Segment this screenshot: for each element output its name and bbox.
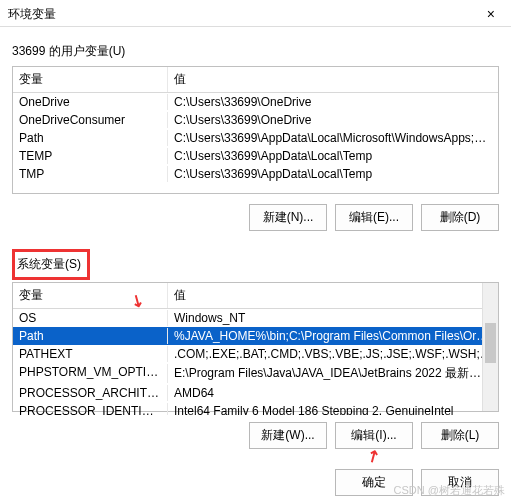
cell-value: C:\Users\33699\AppData\Local\Temp — [168, 166, 498, 182]
cell-variable: Path — [13, 130, 168, 146]
cell-value: .COM;.EXE;.BAT;.CMD;.VBS;.VBE;.JS;.JSE;.… — [168, 346, 498, 362]
table-row[interactable]: PHPSTORM_VM_OPTIONSE:\Program Files\Java… — [13, 363, 498, 384]
annotation-highlight: 系统变量(S) — [12, 249, 90, 280]
col-header-variable[interactable]: 变量 — [13, 67, 168, 92]
table-row[interactable]: TMPC:\Users\33699\AppData\Local\Temp — [13, 165, 498, 183]
scroll-thumb[interactable] — [485, 323, 496, 363]
table-row[interactable]: Path%JAVA_HOME%\bin;C:\Program Files\Com… — [13, 327, 498, 345]
cell-variable: PROCESSOR_IDENTIFIER — [13, 403, 168, 415]
user-new-button[interactable]: 新建(N)... — [249, 204, 327, 231]
col-header-value[interactable]: 值 — [168, 67, 498, 92]
table-row[interactable]: PROCESSOR_IDENTIFIERIntel64 Family 6 Mod… — [13, 402, 498, 415]
table-row[interactable]: PATHEXT.COM;.EXE;.BAT;.CMD;.VBS;.VBE;.JS… — [13, 345, 498, 363]
user-vars-label: 33699 的用户变量(U) — [12, 43, 499, 60]
system-delete-button[interactable]: 删除(L) — [421, 422, 499, 449]
cell-value: C:\Users\33699\AppData\Local\Microsoft\W… — [168, 130, 498, 146]
cell-variable: TEMP — [13, 148, 168, 164]
dialog-title: 环境变量 — [8, 6, 56, 23]
cell-variable: TMP — [13, 166, 168, 182]
close-icon[interactable]: × — [479, 4, 503, 24]
cell-variable: PATHEXT — [13, 346, 168, 362]
cell-value: Windows_NT — [168, 310, 498, 326]
table-row[interactable]: OneDriveC:\Users\33699\OneDrive — [13, 93, 498, 111]
system-vars-table[interactable]: 变量 值 OSWindows_NTPath%JAVA_HOME%\bin;C:\… — [12, 282, 499, 412]
cell-value: AMD64 — [168, 385, 498, 401]
system-vars-label: 系统变量(S) — [17, 257, 81, 271]
cell-variable: PROCESSOR_ARCHITECTURE — [13, 385, 168, 401]
system-new-button[interactable]: 新建(W)... — [249, 422, 327, 449]
cell-value: %JAVA_HOME%\bin;C:\Program Files\Common … — [168, 328, 498, 344]
cell-value: Intel64 Family 6 Model 186 Stepping 2, G… — [168, 403, 498, 415]
table-row[interactable]: OSWindows_NT — [13, 309, 498, 327]
watermark-text: CSDN @树若通花若殊 — [394, 483, 505, 498]
user-vars-table[interactable]: 变量 值 OneDriveC:\Users\33699\OneDriveOneD… — [12, 66, 499, 194]
cell-variable: OS — [13, 310, 168, 326]
cell-value: E:\Program Files\Java\JAVA_IDEA\JetBrain… — [168, 364, 498, 383]
cell-value: C:\Users\33699\AppData\Local\Temp — [168, 148, 498, 164]
col-header-variable[interactable]: 变量 — [13, 283, 168, 308]
cell-value: C:\Users\33699\OneDrive — [168, 94, 498, 110]
cell-variable: OneDriveConsumer — [13, 112, 168, 128]
user-edit-button[interactable]: 编辑(E)... — [335, 204, 413, 231]
cell-variable: OneDrive — [13, 94, 168, 110]
table-row[interactable]: PROCESSOR_ARCHITECTUREAMD64 — [13, 384, 498, 402]
table-row[interactable]: TEMPC:\Users\33699\AppData\Local\Temp — [13, 147, 498, 165]
table-row[interactable]: OneDriveConsumerC:\Users\33699\OneDrive — [13, 111, 498, 129]
system-edit-button[interactable]: 编辑(I)... — [335, 422, 413, 449]
user-delete-button[interactable]: 删除(D) — [421, 204, 499, 231]
cell-variable: Path — [13, 328, 168, 344]
cell-variable: PHPSTORM_VM_OPTIONS — [13, 364, 168, 383]
cell-value: C:\Users\33699\OneDrive — [168, 112, 498, 128]
col-header-value[interactable]: 值 — [168, 283, 498, 308]
scrollbar[interactable] — [482, 283, 498, 411]
table-row[interactable]: PathC:\Users\33699\AppData\Local\Microso… — [13, 129, 498, 147]
